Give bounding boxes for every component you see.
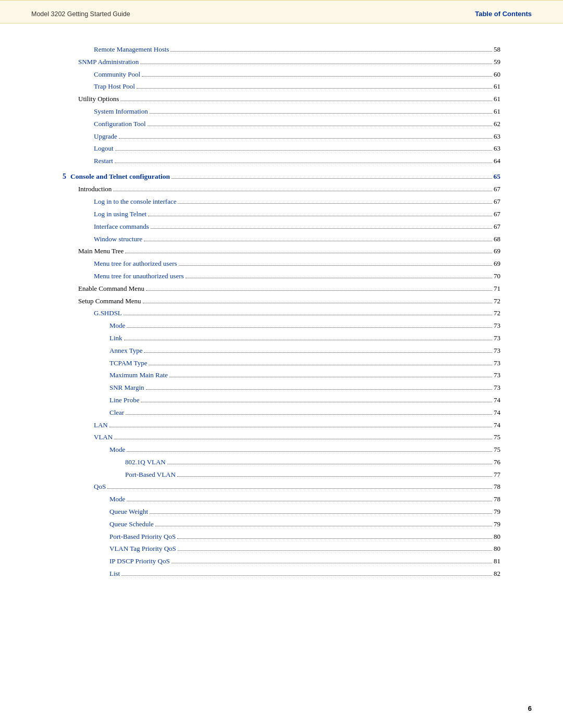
toc-entry: Annex Type73 [63, 346, 500, 356]
toc-entry-label: LAN [63, 420, 108, 431]
toc-entry-page: 64 [494, 156, 500, 167]
toc-dots [178, 203, 492, 204]
pre-chapter-entries: Remote Management Hosts58SNMP Administra… [63, 44, 500, 167]
toc-entry-label: Introduction [63, 184, 112, 195]
toc-dots [107, 488, 492, 489]
toc-entry-label: G.SHDSL [63, 308, 122, 319]
toc-entry: Log in using Telnet67 [63, 209, 500, 220]
toc-entry: Maximum Main Rate73 [63, 370, 500, 381]
toc-entry-page: 63 [494, 143, 500, 154]
toc-dots [140, 64, 492, 64]
toc-entry-label: Maximum Main Rate [63, 370, 168, 381]
toc-entry: Port-Based VLAN77 [63, 470, 500, 480]
toc-dots [148, 216, 492, 216]
toc-entry: Mode75 [63, 445, 500, 455]
toc-entry-label: Port-Based Priority QoS [63, 532, 176, 542]
toc-entry: Restart64 [63, 156, 500, 167]
toc-dots [141, 402, 492, 402]
toc-entry: Link73 [63, 333, 500, 344]
toc-entry-page: 61 [494, 94, 500, 105]
toc-entry-label: Log in to the console interface [63, 196, 176, 207]
toc-entry-page: 69 [494, 258, 500, 269]
toc-entry: Utility Options61 [63, 94, 500, 105]
toc-entry-label: QoS [63, 482, 106, 492]
toc-dots [177, 476, 492, 477]
toc-entry-page: 74 [494, 420, 500, 431]
toc-entry-label: Restart [63, 156, 113, 167]
toc-entry-label: Trap Host Pool [63, 81, 135, 92]
toc-entry-label: Community Pool [63, 69, 140, 80]
chapter-5-entry: 5 Console and Telnet configuration 65 [63, 171, 500, 182]
toc-entry-label: Upgrade [63, 131, 117, 142]
toc-dots [114, 439, 492, 439]
toc-entry-label: Mode [63, 445, 125, 455]
toc-dots [178, 550, 492, 551]
toc-dots [172, 563, 492, 563]
toc-entry: Logout63 [63, 143, 500, 154]
toc-dots [144, 352, 492, 353]
toc-dots [127, 451, 492, 452]
toc-entry-page: 78 [494, 494, 500, 505]
toc-entry-label: TCPAM Type [63, 358, 147, 369]
toc-entry: LAN74 [63, 420, 500, 431]
toc-entry-page: 59 [494, 57, 500, 68]
toc-entry-label: Utility Options [63, 94, 119, 105]
toc-dots [113, 191, 492, 191]
toc-dots [150, 513, 492, 514]
toc-entry-page: 73 [494, 382, 500, 393]
toc-entry: System Information61 [63, 106, 500, 117]
toc-entry: List82 [63, 569, 500, 579]
toc-entry-label: System Information [63, 106, 148, 117]
toc-entry: QoS78 [63, 482, 500, 492]
toc-entry-label: Menu tree for unauthorized users [63, 271, 184, 282]
toc-dots [127, 501, 492, 501]
toc-dots [109, 427, 492, 427]
toc-area: Remote Management Hosts58SNMP Administra… [0, 39, 563, 602]
toc-entry: TCPAM Type73 [63, 358, 500, 369]
toc-entry: SNMP Administration59 [63, 57, 500, 68]
toc-entry-page: 78 [494, 482, 500, 492]
toc-entry: SNR Margin73 [63, 382, 500, 393]
chapter-5-dots [172, 178, 492, 179]
sub-entries: Introduction67Log in to the console inte… [63, 184, 500, 579]
toc-entry: Main Menu Tree69 [63, 246, 500, 257]
toc-entry-label: Queue Schedule [63, 519, 154, 530]
toc-entry-page: 61 [494, 106, 500, 117]
toc-dots [146, 290, 492, 291]
toc-dots [115, 150, 492, 151]
toc-entry-label: Enable Command Menu [63, 283, 144, 294]
toc-entry-page: 73 [494, 346, 500, 356]
toc-entry-page: 68 [494, 234, 500, 245]
toc-entry-page: 73 [494, 320, 500, 331]
chapter-5-label: Console and Telnet configuration [70, 171, 170, 182]
toc-entry-label: SNMP Administration [63, 57, 139, 68]
toc-entry-label: Mode [63, 494, 125, 505]
toc-entry-label: Setup Command Menu [63, 296, 141, 307]
toc-dots [169, 377, 492, 377]
toc-entry-label: SNR Margin [63, 382, 144, 393]
toc-entry-page: 72 [494, 296, 500, 307]
toc-entry: Enable Command Menu71 [63, 283, 500, 294]
toc-entry: Community Pool60 [63, 69, 500, 80]
toc-entry: G.SHDSL72 [63, 308, 500, 319]
toc-dots [146, 389, 492, 390]
toc-entry-page: 67 [494, 221, 500, 232]
header-section-title: Table of Contents [475, 10, 532, 18]
toc-dots [121, 575, 492, 576]
toc-entry: Interface commands67 [63, 221, 500, 232]
toc-entry-label: Port-Based VLAN [63, 470, 176, 480]
toc-entry-page: 72 [494, 308, 500, 319]
toc-entry: Line Probe74 [63, 395, 500, 406]
toc-entry: Queue Schedule79 [63, 519, 500, 530]
toc-entry-page: 73 [494, 358, 500, 369]
toc-dots [148, 126, 492, 126]
toc-dots [126, 414, 492, 415]
toc-entry-label: Clear [63, 408, 124, 418]
toc-entry-page: 75 [494, 445, 500, 455]
toc-entry: VLAN Tag Priority QoS80 [63, 544, 500, 554]
toc-entry-page: 58 [494, 44, 500, 55]
toc-entry: Mode78 [63, 494, 500, 505]
toc-entry-page: 70 [494, 271, 500, 282]
toc-entry-label: VLAN Tag Priority QoS [63, 544, 176, 554]
toc-entry-label: Interface commands [63, 221, 149, 232]
